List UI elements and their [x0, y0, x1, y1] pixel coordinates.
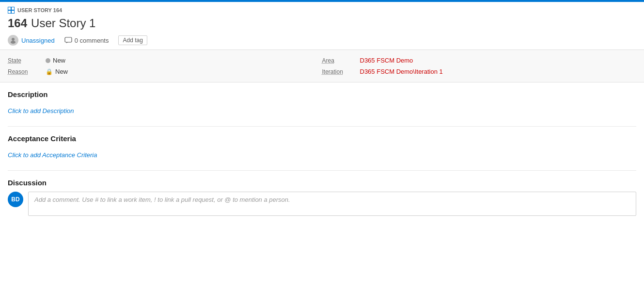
state-dot-indicator [46, 58, 50, 63]
add-tag-button[interactable]: Add tag [118, 35, 147, 45]
reason-value[interactable]: 🔒 New [46, 68, 68, 75]
fields-right: Area D365 FSCM Demo Iteration D365 FSCM … [322, 55, 637, 77]
title-row: 164 User Story 1 [8, 16, 636, 30]
svg-rect-0 [8, 7, 11, 10]
fields-section: State New Reason 🔒 New Area D365 FSCM De… [0, 50, 644, 82]
user-story-icon [8, 7, 15, 14]
description-placeholder[interactable]: Click to add Description [8, 103, 636, 118]
acceptance-criteria-section: Acceptance Criteria Click to add Accepta… [8, 127, 636, 171]
work-item-title: User Story 1 [31, 16, 95, 30]
description-section: Description Click to add Description [8, 82, 636, 127]
acceptance-criteria-placeholder[interactable]: Click to add Acceptance Criteria [8, 147, 636, 163]
svg-point-4 [12, 38, 15, 41]
svg-rect-2 [8, 11, 11, 13]
assigned-user-label: Unassigned [21, 37, 55, 44]
discussion-section: Discussion BD Add a comment. Use # to li… [8, 171, 636, 216]
header-section: USER STORY 164 164 User Story 1 Unassign… [0, 2, 644, 50]
avatar-initials: BD [11, 196, 19, 203]
state-field-row: State New [8, 55, 322, 66]
state-label: State [8, 57, 42, 64]
iteration-label: Iteration [322, 68, 356, 75]
fields-left: State New Reason 🔒 New [8, 55, 322, 77]
iteration-value[interactable]: D365 FSCM Demo\Iteration 1 [360, 68, 443, 75]
iteration-field-row: Iteration D365 FSCM Demo\Iteration 1 [322, 66, 637, 77]
svg-rect-3 [12, 11, 14, 13]
work-item-type-label: USER STORY 164 [8, 7, 636, 14]
comment-input[interactable]: Add a comment. Use # to link a work item… [28, 192, 636, 216]
reason-value-text: New [55, 68, 68, 75]
acceptance-criteria-title: Acceptance Criteria [8, 134, 636, 143]
state-value[interactable]: New [46, 57, 65, 64]
area-field-row: Area D365 FSCM Demo [322, 55, 637, 66]
area-value[interactable]: D365 FSCM Demo [360, 57, 413, 64]
comment-placeholder-text: Add a comment. Use # to link a work item… [34, 196, 290, 203]
discussion-title: Discussion [8, 179, 636, 187]
assigned-user-avatar [8, 35, 18, 46]
lock-icon: 🔒 [46, 68, 53, 75]
current-user-avatar: BD [8, 192, 23, 207]
reason-label: Reason [8, 68, 42, 75]
description-title: Description [8, 90, 636, 98]
reason-field-row: Reason 🔒 New [8, 66, 322, 77]
meta-row: Unassigned 0 comments Add tag [8, 35, 636, 46]
area-label: Area [322, 57, 356, 64]
svg-rect-6 [65, 37, 72, 42]
comments-button[interactable]: 0 comments [64, 36, 109, 44]
work-item-type-text: USER STORY 164 [17, 7, 62, 13]
assigned-user-button[interactable]: Unassigned [8, 35, 55, 46]
content-section: Description Click to add Description Acc… [0, 82, 644, 216]
comment-row: BD Add a comment. Use # to link a work i… [8, 192, 636, 216]
state-value-text: New [53, 57, 65, 64]
comment-icon [64, 36, 72, 44]
svg-point-5 [11, 41, 16, 44]
svg-rect-1 [12, 7, 14, 10]
work-item-id: 164 [8, 16, 27, 30]
comments-label: 0 comments [75, 37, 109, 44]
